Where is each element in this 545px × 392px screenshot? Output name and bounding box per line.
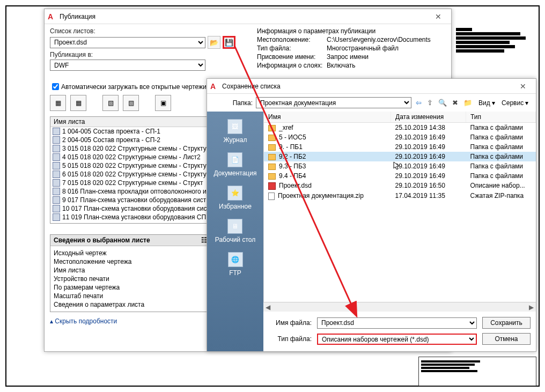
view-menu[interactable]: Вид ▾ bbox=[478, 99, 495, 107]
file-row[interactable]: Проектная документация.zip17.04.2019 11:… bbox=[264, 191, 536, 201]
search-icon[interactable]: 🔍 bbox=[437, 99, 448, 107]
place-item[interactable]: ⭐Избранное bbox=[219, 186, 252, 210]
hide-details-link[interactable]: ▴ Скрыть подробности bbox=[50, 317, 117, 325]
file-type: Папка с файлами bbox=[466, 132, 536, 142]
place-item[interactable]: 🖼Журнал bbox=[224, 119, 247, 144]
sheet-row[interactable]: 1 004-005 Состав проекта - СП-1 bbox=[50, 127, 210, 136]
sheet-icon bbox=[53, 153, 60, 161]
file-date: 29.10.2019 16:49 bbox=[391, 132, 466, 142]
file-type: Описание набор... bbox=[466, 181, 536, 191]
file-date: 25.10.2019 14:38 bbox=[391, 123, 466, 133]
sheet-list-label: Список листов: bbox=[50, 27, 248, 35]
place-item[interactable]: 🌐FTP bbox=[228, 252, 243, 277]
sheet-details-panel: Сведения о выбранном листе☷ Исходный чер… bbox=[50, 234, 211, 312]
up-icon[interactable]: ⇧ bbox=[426, 99, 434, 107]
filetype-label: Тип файла: bbox=[269, 335, 312, 343]
place-item[interactable]: 📄Документация bbox=[214, 152, 257, 177]
pub-info-header: Информация о параметрах публикации bbox=[257, 27, 446, 35]
dsd-icon bbox=[268, 182, 276, 190]
sheet-list-dropdown[interactable]: Проект.dsd bbox=[50, 37, 205, 48]
col-date[interactable]: Дата изменения bbox=[391, 112, 466, 123]
file-name: 9.4 - ПБ4 bbox=[279, 172, 306, 180]
details-header: Сведения о выбранном листе bbox=[54, 236, 150, 244]
new-folder-icon[interactable]: 📁 bbox=[462, 99, 473, 107]
folder-icon bbox=[268, 125, 276, 131]
sheet-name: 6 015 018 020 022 Структурные схемы - Ст… bbox=[62, 171, 207, 178]
move-down-button[interactable]: ▧ bbox=[123, 95, 139, 111]
sheet-row[interactable]: 10 017 План-схема установки оборудования… bbox=[50, 204, 210, 213]
file-name: 9.2 - ПБ2 bbox=[279, 153, 306, 160]
detail-row: Местоположение чертежа bbox=[54, 258, 207, 265]
file-date: 29.10.2019 16:49 bbox=[391, 152, 466, 161]
save-icon: 💾 bbox=[225, 39, 233, 47]
delete-icon[interactable]: ✖ bbox=[451, 99, 459, 107]
place-label: Избранное bbox=[219, 203, 252, 210]
file-name: Проектная документация.zip bbox=[278, 192, 364, 199]
naming-key: Присвоение имени: bbox=[257, 53, 327, 61]
sheet-row[interactable]: 3 015 018 020 022 Структурные схемы - Ст… bbox=[50, 144, 210, 153]
detail-row: Исходный чертеж bbox=[54, 249, 207, 257]
file-list[interactable]: Имя Дата изменения Тип _xref25.10.2019 1… bbox=[263, 112, 536, 302]
open-list-button[interactable]: 📂 bbox=[208, 36, 220, 49]
preview-button[interactable]: ▣ bbox=[155, 95, 171, 111]
service-menu[interactable]: Сервис ▾ bbox=[502, 99, 528, 107]
col-name[interactable]: Имя bbox=[264, 112, 391, 123]
ftype-key: Тип файла: bbox=[257, 45, 327, 52]
sheet-row[interactable]: 2 004-005 Состав проекта - СП-2 bbox=[50, 136, 210, 144]
file-date: 17.04.2019 11:35 bbox=[391, 191, 466, 201]
file-type: Папка с файлами bbox=[466, 123, 536, 133]
sheet-row[interactable]: 6 015 018 020 022 Структурные схемы - Ст… bbox=[50, 170, 210, 179]
col-type[interactable]: Тип bbox=[466, 112, 536, 123]
file-name: _xref bbox=[279, 124, 293, 131]
file-row[interactable]: _xref25.10.2019 14:38Папка с файлами bbox=[264, 123, 536, 133]
place-label: FTP bbox=[229, 269, 241, 277]
sheet-icon bbox=[53, 179, 60, 187]
detail-row: Масштаб печати bbox=[54, 292, 207, 300]
loc-val: C:\Users\evgeniy.ozerov\Documents bbox=[327, 36, 431, 43]
place-label: Документация bbox=[214, 169, 257, 177]
folder-icon bbox=[268, 144, 276, 151]
horizontal-scrollbar[interactable]: ◀▶ bbox=[263, 302, 536, 312]
sheet-icon bbox=[53, 205, 60, 212]
folder-icon bbox=[268, 164, 276, 170]
save-button[interactable]: Сохранить bbox=[482, 317, 531, 329]
folder-dropdown[interactable]: Проектная документация bbox=[256, 97, 411, 108]
publish-to-dropdown[interactable]: DWF bbox=[50, 60, 205, 71]
sheet-row[interactable]: 4 015 018 020 022 Структурные схемы - Ли… bbox=[50, 153, 210, 161]
filetype-dropdown[interactable]: Описания наборов чертежей (*.dsd) bbox=[317, 334, 477, 345]
sheet-row[interactable]: 7 015 018 020 022 Структурные схемы - Ст… bbox=[50, 179, 210, 187]
file-row[interactable]: Проект.dsd29.10.2019 16:50Описание набор… bbox=[264, 181, 536, 191]
save-toolbar: Папка: Проектная документация ⇦ ⇧ 🔍 ✖ 📁 … bbox=[207, 94, 536, 112]
file-row[interactable]: 9.4 - ПБ429.10.2019 16:49Папка с файлами bbox=[264, 171, 536, 181]
file-row[interactable]: 9.2 - ПБ229.10.2019 16:49Папка с файлами bbox=[264, 152, 536, 161]
file-type: Сжатая ZIP-папка bbox=[466, 191, 536, 201]
sheet-row[interactable]: 9 017 План-схема установки оборудования … bbox=[50, 196, 210, 204]
sheet-icon bbox=[53, 171, 60, 178]
place-item[interactable]: 🖥Рабочий стол bbox=[215, 219, 255, 243]
save-list-button[interactable]: 💾 bbox=[223, 36, 235, 49]
move-up-button[interactable]: ▧ bbox=[102, 95, 119, 111]
save-close-icon[interactable]: ✕ bbox=[513, 82, 533, 91]
file-date: 29.10.2019 16:49 bbox=[391, 171, 466, 181]
file-date: 29.10.2019 16:49 bbox=[391, 142, 466, 152]
sheet-row[interactable]: 8 016 План-схема прокладки оптоволоконно… bbox=[50, 187, 210, 196]
sheet-list[interactable]: Имя листа 1 004-005 Состав проекта - СП-… bbox=[50, 116, 211, 224]
sheet-row[interactable]: 5 015 018 020 022 Структурные схемы - Ст… bbox=[50, 161, 210, 170]
detail-row: Сведения о параметрах листа bbox=[54, 301, 207, 308]
cancel-button[interactable]: Отмена bbox=[482, 333, 531, 345]
folder-open-icon: 📂 bbox=[210, 39, 218, 47]
sheet-icon bbox=[53, 128, 60, 135]
auto-load-checkbox[interactable] bbox=[52, 83, 59, 90]
filename-input[interactable]: Проект.dsd bbox=[317, 317, 477, 329]
publish-close-icon[interactable]: ✕ bbox=[429, 12, 448, 21]
filename-label: Имя файла: bbox=[269, 319, 312, 327]
add-sheets-button[interactable]: ▦ bbox=[50, 95, 66, 111]
remove-sheets-button[interactable]: ▦ bbox=[70, 95, 86, 111]
loc-key: Местоположение: bbox=[257, 36, 327, 43]
place-icon: ⭐ bbox=[227, 186, 242, 201]
auto-load-label: Автоматически загружать все открытые чер… bbox=[61, 83, 207, 91]
file-row[interactable]: 5 - ИОС529.10.2019 16:49Папка с файлами bbox=[264, 132, 536, 142]
back-icon[interactable]: ⇦ bbox=[415, 99, 423, 107]
file-row[interactable]: 9. - ПБ129.10.2019 16:49Папка с файлами bbox=[264, 142, 536, 152]
sheet-row[interactable]: 11 019 План-схема установки оборудования… bbox=[50, 213, 210, 221]
